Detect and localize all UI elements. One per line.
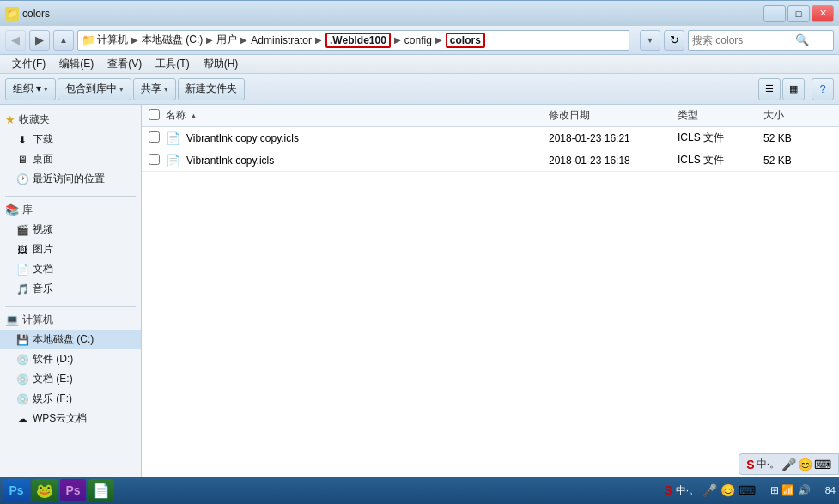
sidebar-item-d-drive[interactable]: 💿 软件 (D:): [0, 349, 141, 369]
computer-label: 计算机: [22, 313, 53, 327]
up-button[interactable]: ▲: [53, 30, 74, 51]
list-view-button[interactable]: ☰: [758, 78, 781, 100]
computer-header: 💻 计算机: [0, 310, 141, 330]
taskbar-ps-btn2[interactable]: Ps: [60, 479, 86, 501]
doc-icon: 📄: [93, 483, 110, 499]
divider-2: [5, 306, 136, 307]
sidebar-item-wps-cloud[interactable]: ☁ WPS云文档: [0, 409, 141, 428]
ime-overlay: S 中·。 🎤 😊 ⌨: [739, 453, 839, 475]
header-checkbox: [149, 109, 166, 123]
file2-name: VibrantInk copy.icls: [186, 155, 274, 167]
ime-emoji-icon: 😊: [798, 458, 812, 471]
menu-view[interactable]: 查看(V): [100, 55, 149, 73]
organize-label: 组织 ▾: [13, 82, 41, 96]
f-drive-icon: 💿: [15, 392, 29, 406]
ps-icon-1: Ps: [9, 483, 23, 497]
taskbar-frog-btn[interactable]: 🐸: [32, 479, 58, 501]
path-webide[interactable]: .WebIde100: [325, 33, 391, 48]
sidebar-item-downloads[interactable]: ⬇ 下载: [0, 130, 141, 149]
tray-sys-icons: ⊞ 📶 🔊: [770, 484, 811, 496]
minimize-button[interactable]: —: [763, 5, 786, 22]
close-button[interactable]: ✕: [812, 5, 834, 22]
sidebar-item-e-drive[interactable]: 💿 文档 (E:): [0, 369, 141, 389]
maximize-button[interactable]: □: [787, 5, 810, 22]
path-users: 用户: [216, 33, 237, 47]
f-drive-label: 娱乐 (F:): [33, 392, 72, 406]
organize-arrow: ▾: [44, 85, 48, 94]
sidebar-item-videos[interactable]: 🎬 视频: [0, 220, 141, 240]
forward-button[interactable]: ▶: [29, 30, 50, 51]
downloads-label: 下载: [33, 132, 53, 147]
tray-keyboard-icon: ⌨: [739, 483, 756, 497]
new-folder-button[interactable]: 新建文件夹: [178, 78, 245, 100]
file-row-1[interactable]: 📄 VibrantInk copy copy.icls 2018-01-23 1…: [142, 127, 839, 149]
videos-label: 视频: [33, 222, 53, 237]
title-bar-left: 📁 colors: [5, 7, 50, 21]
row2-name: 📄 VibrantInk copy.icls: [166, 154, 549, 167]
menu-file[interactable]: 文件(F): [5, 55, 52, 73]
sidebar-item-docs[interactable]: 📄 文档: [0, 259, 141, 279]
sidebar-item-desktop[interactable]: 🖥 桌面: [0, 149, 141, 169]
add-to-library-button[interactable]: 包含到库中 ▾: [58, 78, 131, 100]
taskbar-doc-btn[interactable]: 📄: [88, 479, 114, 501]
back-button[interactable]: ◀: [5, 30, 26, 51]
header-date[interactable]: 修改日期: [549, 108, 678, 123]
tray-divider2: [818, 482, 818, 499]
sidebar-item-recent[interactable]: 🕐 最近访问的位置: [0, 169, 141, 189]
music-label: 音乐: [33, 282, 53, 296]
ime-text: 中·。: [757, 457, 780, 471]
main-area: ★ 收藏夹 ⬇ 下载 🖥 桌面 🕐 最近访问的位置 📚 库: [0, 105, 839, 477]
select-all-checkbox[interactable]: [149, 109, 160, 120]
taskbar-ps-btn1[interactable]: Ps: [3, 479, 29, 501]
share-button[interactable]: 共享 ▾: [133, 78, 176, 100]
sidebar-item-music[interactable]: 🎵 音乐: [0, 279, 141, 299]
address-bar[interactable]: 📁 计算机 ▶ 本地磁盘 (C:) ▶ 用户 ▶ Administrator ▶…: [77, 30, 629, 51]
menu-help[interactable]: 帮助(H): [197, 55, 246, 73]
taskbar: Ps 🐸 Ps 📄 S 中·。 🎤 😊 ⌨ ⊞ 📶 🔊 84: [0, 477, 839, 504]
menu-tools[interactable]: 工具(T): [149, 55, 196, 73]
header-name[interactable]: 名称 ▲: [166, 108, 549, 123]
search-box[interactable]: 🔍: [688, 30, 834, 51]
ime-keyboard-icon: ⌨: [814, 458, 831, 471]
path-arrow-6: ▶: [435, 35, 442, 45]
file-list-header: 名称 ▲ 修改日期 类型 大小: [142, 105, 839, 127]
search-input[interactable]: [692, 34, 795, 46]
menu-edit[interactable]: 编辑(E): [52, 55, 100, 73]
share-arrow: ▾: [164, 85, 168, 94]
music-icon: 🎵: [15, 282, 29, 296]
organize-button[interactable]: 组织 ▾ ▾: [5, 78, 56, 100]
search-icon[interactable]: 🔍: [795, 33, 809, 46]
taskbar-tray: S 中·。 🎤 😊 ⌨ ⊞ 📶 🔊 84: [664, 482, 836, 499]
dropdown-button[interactable]: ▼: [640, 30, 660, 51]
row2-type: ICLS 文件: [678, 153, 763, 167]
computer-section: 💻 计算机 💾 本地磁盘 (C:) 💿 软件 (D:) 💿 文档 (E:) 💿 …: [0, 310, 141, 428]
row1-name: 📄 VibrantInk copy copy.icls: [166, 131, 549, 145]
star-icon: ★: [5, 113, 15, 126]
e-drive-icon: 💿: [15, 373, 29, 386]
header-size[interactable]: 大小: [763, 108, 832, 123]
help-button[interactable]: ?: [812, 78, 834, 100]
path-arrow-4: ▶: [315, 35, 322, 45]
sidebar: ★ 收藏夹 ⬇ 下载 🖥 桌面 🕐 最近访问的位置 📚 库: [0, 105, 142, 477]
refresh-button[interactable]: ↻: [664, 30, 684, 51]
menu-bar: 文件(F) 编辑(E) 查看(V) 工具(T) 帮助(H): [0, 55, 839, 74]
row1-size: 52 KB: [763, 132, 832, 144]
library-header: 📚 库: [0, 200, 141, 220]
sidebar-item-pictures[interactable]: 🖼 图片: [0, 240, 141, 259]
sidebar-item-f-drive[interactable]: 💿 娱乐 (F:): [0, 389, 141, 409]
d-drive-icon: 💿: [15, 353, 29, 367]
toolbar: 组织 ▾ ▾ 包含到库中 ▾ 共享 ▾ 新建文件夹 ☰ ▦ ?: [0, 74, 839, 105]
title-bar-controls: — □ ✕: [763, 5, 834, 22]
sort-arrow: ▲: [190, 112, 198, 120]
file-row-2[interactable]: 📄 VibrantInk copy.icls 2018-01-23 16:18 …: [142, 149, 839, 172]
folder-title-icon: 📁: [5, 7, 19, 21]
path-colors[interactable]: colors: [446, 33, 485, 48]
row2-checkbox[interactable]: [149, 154, 166, 167]
row1-checkbox[interactable]: [149, 131, 166, 145]
header-type[interactable]: 类型: [678, 108, 763, 123]
c-drive-icon: 💾: [15, 333, 29, 347]
sidebar-item-c-drive[interactable]: 💾 本地磁盘 (C:): [0, 330, 141, 349]
detail-view-button[interactable]: ▦: [782, 78, 805, 100]
title-bar-text: colors: [22, 8, 50, 20]
file-list: 名称 ▲ 修改日期 类型 大小 📄 VibrantInk copy copy.i…: [142, 105, 839, 477]
